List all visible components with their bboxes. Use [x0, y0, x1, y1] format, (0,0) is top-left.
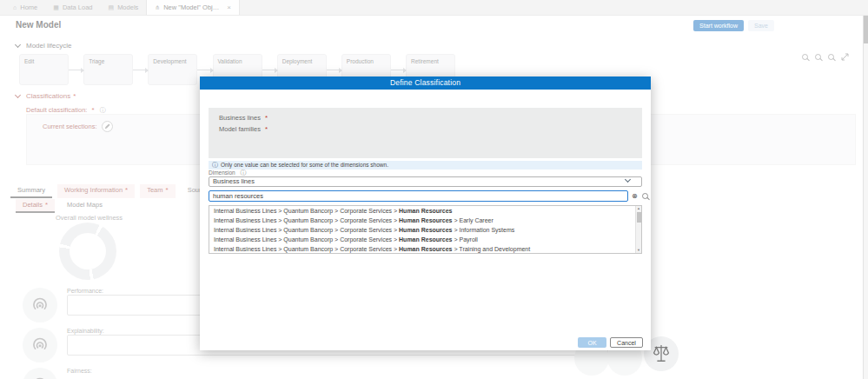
selected-dimension-model-families: Model families *: [219, 123, 632, 135]
info-icon: ⓘ: [212, 162, 218, 168]
list-item[interactable]: Internal Business Lines > Quantum Bancor…: [209, 225, 641, 235]
dimension-select[interactable]: Business lines: [209, 176, 642, 187]
info-icon: ⓘ: [241, 170, 247, 176]
scroll-down-icon[interactable]: ▼: [636, 248, 641, 253]
list-item[interactable]: Internal Business Lines > Quantum Bancor…: [209, 235, 641, 244]
dialog-actions: OK Cancel: [578, 337, 643, 348]
list-scrollbar[interactable]: ▲ ▼: [635, 206, 641, 253]
scroll-up-icon[interactable]: ▲: [636, 206, 641, 211]
scrollbar-thumb[interactable]: [637, 212, 641, 223]
list-item[interactable]: Internal Business Lines > Quantum Bancor…: [209, 216, 641, 225]
scrollbar-thumb[interactable]: [864, 16, 868, 43]
clear-icon[interactable]: ⊗: [632, 191, 638, 201]
required-asterisk: *: [265, 125, 268, 133]
selected-dimension-business-lines: Business lines *: [219, 112, 632, 123]
selected-dimensions-panel: Business lines *Model families *: [209, 108, 642, 158]
scales-icon: [652, 343, 671, 364]
list-item[interactable]: Internal Business Lines > Quantum Bancor…: [209, 206, 641, 216]
info-bar: ⓘOnly one value can be selected for some…: [209, 161, 642, 170]
dialog-title: Define Classification: [200, 76, 651, 90]
ok-button[interactable]: OK: [578, 337, 606, 348]
cancel-button[interactable]: Cancel: [610, 337, 643, 348]
search-icon[interactable]: [642, 193, 648, 199]
page-scrollbar[interactable]: [863, 16, 868, 379]
search-results-list: Internal Business Lines > Quantum Bancor…: [209, 205, 642, 254]
screen: ⌂Home▦Data Load▤Models⋔New "Model" Obj…×…: [0, 0, 868, 379]
dimension-select-value: Business lines: [213, 177, 255, 185]
list-item[interactable]: Internal Business Lines > Quantum Bancor…: [209, 244, 641, 254]
define-classification-dialog: Define Classification Business lines *Mo…: [200, 76, 651, 350]
chevron-down-icon: [625, 176, 631, 183]
search-input[interactable]: [209, 190, 628, 202]
required-asterisk: *: [265, 114, 268, 122]
